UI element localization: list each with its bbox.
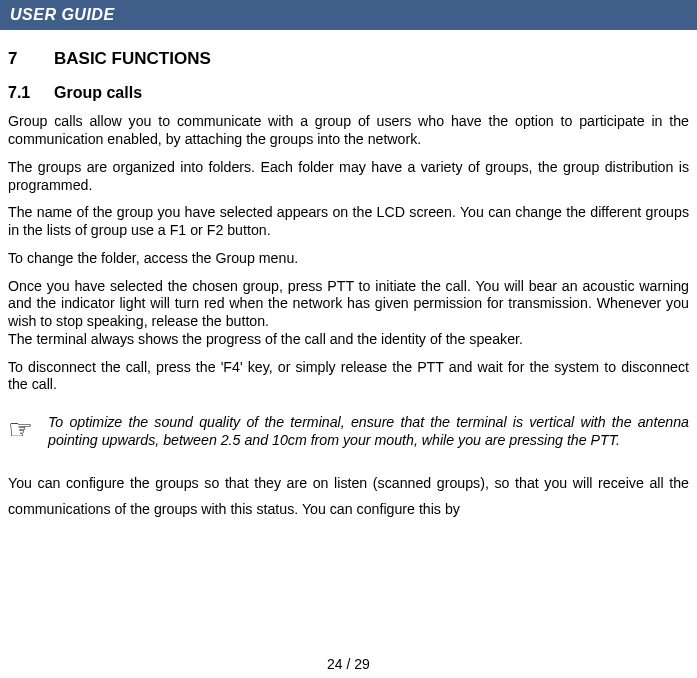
body-paragraph: Group calls allow you to communicate wit… (8, 113, 689, 149)
subsection-title: Group calls (54, 83, 142, 103)
section-number: 7 (8, 48, 54, 69)
pointer-icon: ☞ (8, 414, 48, 444)
tip-block: ☞ To optimize the sound quality of the t… (8, 414, 689, 450)
body-paragraph: Once you have selected the chosen group,… (8, 278, 689, 331)
header-bar: USER GUIDE (0, 0, 697, 30)
body-paragraph: The terminal always shows the progress o… (8, 331, 689, 349)
subsection-number: 7.1 (8, 83, 54, 103)
section-title: BASIC FUNCTIONS (54, 48, 211, 69)
tip-text: To optimize the sound quality of the ter… (48, 414, 689, 450)
body-paragraph: To change the folder, access the Group m… (8, 250, 689, 268)
header-title: USER GUIDE (10, 6, 115, 23)
page-number: 24 / 29 (0, 656, 697, 672)
body-paragraph: You can configure the groups so that the… (8, 470, 689, 524)
subsection-heading: 7.1 Group calls (8, 83, 689, 103)
body-paragraph: The groups are organized into folders. E… (8, 159, 689, 195)
section-heading: 7 BASIC FUNCTIONS (8, 48, 689, 69)
page-content: 7 BASIC FUNCTIONS 7.1 Group calls Group … (0, 30, 697, 523)
body-paragraph: To disconnect the call, press the 'F4' k… (8, 359, 689, 395)
body-paragraph: The name of the group you have selected … (8, 204, 689, 240)
